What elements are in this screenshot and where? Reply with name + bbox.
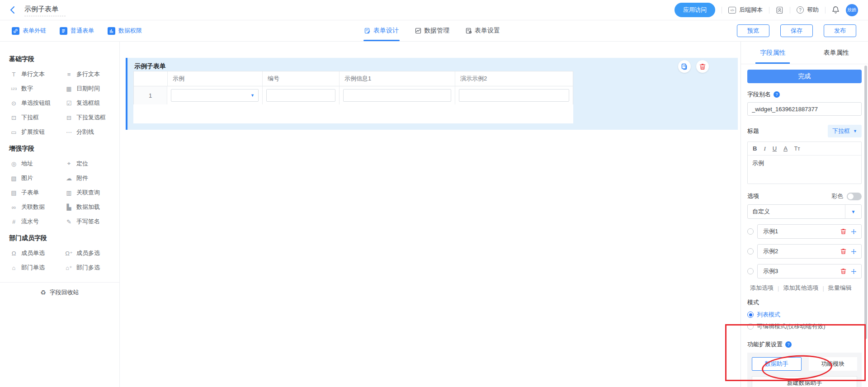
widget-type-dropdown[interactable]: 下拉框 ▼ [828,125,862,137]
option-input[interactable]: 示例1 [758,227,840,236]
font-size-button[interactable]: Tт [794,146,800,152]
field-radio-group[interactable]: ⊙单选按钮组 [5,96,60,110]
field-multi-line-text[interactable]: ≡多行文本 [60,67,115,81]
number-input[interactable] [266,89,335,102]
help-button[interactable]: ? 帮助 [797,6,819,14]
column-header-demo2[interactable]: 演示示例2 [455,71,573,86]
delete-option-button[interactable] [840,248,846,255]
field-alias-input[interactable] [747,102,862,116]
column-header-sample[interactable]: 示例 [167,71,262,86]
single-line-text-icon: T [10,71,18,78]
back-icon[interactable] [10,6,20,14]
field-recycle-bin[interactable]: ♻ 字段回收站 [0,282,119,302]
move-option-handle[interactable] [851,229,857,235]
field-image[interactable]: ▧图片 [5,171,60,185]
alias-help-icon[interactable]: ? [774,91,780,98]
option-row: 示例2 [747,244,862,259]
add-option-link[interactable]: 添加选项 [750,284,774,292]
mode-editable-radio[interactable]: 可编辑模式(仅移动端有效) [747,322,862,330]
field-signature[interactable]: ✎手写签名 [60,214,115,229]
batch-edit-link[interactable]: 批量编辑 [828,284,852,292]
option-radio[interactable] [747,268,754,274]
linked-data-icon: ∞ [10,204,18,211]
form-title[interactable]: 示例子表单 [24,5,58,13]
tab-field-properties[interactable]: 字段属性 [741,42,805,64]
field-multi-select[interactable]: ⊟下拉复选框 [60,110,115,125]
field-dept-single[interactable]: ⌂部门单选 [5,260,60,275]
field-divider[interactable]: ⋯分割线 [60,125,115,139]
field-linked-query[interactable]: ▥关联查询 [60,185,115,200]
title-text-area[interactable]: 示例 [748,156,861,184]
field-member-single[interactable]: Ω成员单选 [5,246,60,260]
publish-button[interactable]: 发布 [824,24,856,37]
backend-script-button[interactable]: </> 后端脚本 [728,6,763,14]
option-radio[interactable] [747,248,754,255]
add-other-option-link[interactable]: 添加其他选项 [783,284,818,292]
form-external-link-button[interactable]: 表单外链 [12,27,46,35]
delete-option-button[interactable] [840,228,846,235]
field-checkbox-group[interactable]: ☑复选框组 [60,96,115,110]
new-data-assistant-button[interactable]: 新建数据助手 [752,376,857,387]
app-access-button[interactable]: 应用访问 [675,3,715,17]
option-input[interactable]: 示例2 [758,247,840,255]
contacts-button[interactable] [776,6,783,14]
field-select[interactable]: ⊡下拉框 [5,110,60,125]
normal-form-button[interactable]: 普通表单 [60,27,94,35]
delete-option-button[interactable] [840,268,846,274]
demo2-input[interactable] [459,89,569,102]
subform-widget-selected[interactable]: 示例子表单 示例 编号 示例信息1 演示示例2 1 [126,58,738,130]
tab-form-design[interactable]: 表单设计 [364,20,399,41]
option-radio[interactable] [747,228,754,235]
tab-data-management[interactable]: 数据管理 [415,20,449,41]
option-row: 示例3 [747,264,862,278]
function-module-tab[interactable]: 功能模块 [809,357,858,371]
field-library-sidebar: 基础字段 T单行文本 ≡多行文本 123数字 ▦日期时间 ⊙单选按钮组 ☑复选框… [0,42,120,387]
chevron-down-icon: ▼ [250,93,255,98]
italic-button[interactable]: I [764,145,765,152]
link-icon [12,27,19,35]
underline-button[interactable]: U [773,145,777,152]
user-avatar[interactable]: 欣皓 [846,4,858,16]
font-color-button[interactable]: A [783,145,788,152]
tab-form-settings[interactable]: 表单设置 [466,20,500,41]
mode-list-radio[interactable]: 列表模式 [747,311,862,319]
field-address[interactable]: ◎地址 [5,156,60,171]
move-option-handle[interactable] [851,249,857,255]
notification-bell-button[interactable] [832,6,840,14]
preview-button[interactable]: 预览 [737,24,769,37]
field-location[interactable]: ⌖定位 [60,156,115,171]
bold-button[interactable]: B [753,145,757,152]
field-number[interactable]: 123数字 [5,81,60,96]
data-assistant-tab[interactable]: 数据助手 [752,357,802,371]
option-source-select[interactable]: 自定义 ▼ [747,204,862,219]
field-datetime[interactable]: ▦日期时间 [60,81,115,96]
field-subform[interactable]: ▤子表单 [5,185,60,200]
copy-widget-button[interactable] [678,60,691,73]
option-input[interactable]: 示例3 [758,267,840,275]
color-toggle[interactable] [847,193,862,200]
column-header-number[interactable]: 编号 [262,71,339,86]
field-member-multi[interactable]: Ω⁺成员多选 [60,246,115,260]
field-extend-button[interactable]: ▭扩展按钮 [5,125,60,139]
done-button[interactable]: 完成 [747,70,862,83]
sample-select[interactable]: ▼ [171,89,259,102]
field-single-line-text[interactable]: T单行文本 [5,67,60,81]
extension-help-icon[interactable]: ? [785,341,792,348]
field-data-load[interactable]: ▙数据加载 [60,200,115,214]
bar-chart-icon [108,27,115,35]
panel-scrollbar[interactable] [864,66,867,339]
info1-input[interactable] [343,89,451,102]
data-permission-button[interactable]: 数据权限 [108,27,142,35]
move-option-handle[interactable] [851,269,857,274]
top-header: 示例子表单 应用访问 </> 后端脚本 ? 帮助 欣皓 [0,0,868,20]
tab-form-properties[interactable]: 表单属性 [805,42,868,64]
cell-number [262,86,339,104]
delete-widget-button[interactable] [696,60,709,73]
field-serial-number[interactable]: #流水号 [5,214,60,229]
save-button[interactable]: 保存 [780,24,813,37]
field-attachment[interactable]: ☁附件 [60,171,115,185]
column-header-info1[interactable]: 示例信息1 [339,71,455,86]
field-linked-data[interactable]: ∞关联数据 [5,200,60,214]
extend-button-icon: ▭ [10,129,18,136]
field-dept-multi[interactable]: ⌂⁺部门多选 [60,260,115,275]
